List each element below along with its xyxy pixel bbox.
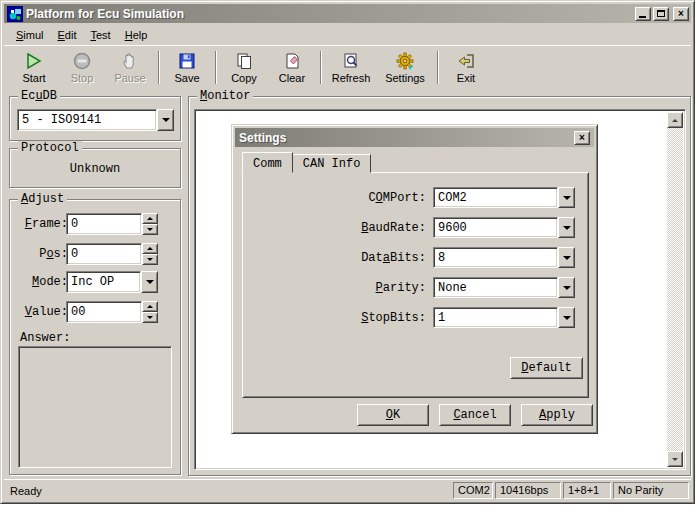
parity-combobox[interactable]: None [433,277,575,298]
pos-spin-up[interactable] [142,243,158,254]
app-window: Platform for Ecu Simulation × Simul Edit… [0,0,695,504]
maximize-button[interactable] [653,7,669,21]
start-button[interactable]: Start [10,48,58,87]
refresh-button[interactable]: Refresh [325,48,377,87]
protocol-value: Unknown [10,162,180,176]
value-spin-up[interactable] [142,301,158,312]
settings-dialog: Settings × Comm CAN Info COMPort: COM2 B… [231,124,598,434]
clear-button[interactable]: Clear [268,48,316,87]
hand-icon [120,51,140,71]
exit-button[interactable]: Exit [442,48,490,87]
mode-label: Mode: [18,275,68,289]
spin-down-icon [147,228,153,231]
parity-dropdown-button[interactable] [558,277,575,298]
spin-up-icon [147,217,153,220]
adjust-group: Adjust Frame: 0 Pos: 0 Mode: Inc OP Valu… [9,199,181,475]
databits-dropdown-button[interactable] [558,247,575,268]
mode-combobox[interactable]: Inc OP [66,271,158,293]
comport-value: COM2 [433,187,558,208]
settings-dialog-titlebar: Settings × [235,128,594,147]
default-button[interactable]: Default [510,357,583,379]
menu-simul[interactable]: Simul [10,27,50,43]
settings-button[interactable]: Settings [377,48,433,87]
mode-dropdown-button[interactable] [141,271,158,293]
scroll-up-button[interactable] [667,112,683,128]
statusbar: Ready COM2 10416bps 1+8+1 No Parity [4,479,691,500]
save-button[interactable]: Save [163,48,211,87]
pause-button: Pause [106,48,154,87]
tab-comm[interactable]: Comm [242,152,293,173]
status-baud-rate: 10416bps [495,482,561,499]
titlebar: Platform for Ecu Simulation × [4,4,691,23]
tab-can-info[interactable]: CAN Info [292,154,372,173]
monitor-scrollbar[interactable] [667,112,683,467]
cancel-button[interactable]: Cancel [439,404,511,426]
chevron-down-icon [563,196,571,200]
chevron-down-icon [563,226,571,230]
stop-sign-icon [72,51,92,71]
mode-value: Inc OP [66,271,141,293]
stopbits-dropdown-button[interactable] [558,307,575,328]
stop-button: Stop [58,48,106,87]
scroll-down-button[interactable] [667,451,683,467]
baudrate-value: 9600 [433,217,558,238]
app-icon [7,6,23,22]
menubar: Simul Edit Test Help [4,25,691,44]
pos-spinner[interactable]: 0 [66,243,158,265]
ok-button[interactable]: OK [357,404,429,426]
status-com-port: COM2 [453,482,493,499]
stopbits-combobox[interactable]: 1 [433,307,575,328]
scrollbar-track[interactable] [667,128,683,451]
stopbits-value: 1 [433,307,558,328]
frame-spin-down[interactable] [142,224,158,235]
baudrate-dropdown-button[interactable] [558,217,575,238]
ecudb-combobox[interactable]: 5 - ISO9141 [17,109,174,131]
status-message: Ready [10,485,451,497]
menu-help[interactable]: Help [119,27,154,43]
window-title: Platform for Ecu Simulation [26,7,633,21]
databits-value: 8 [433,247,558,268]
scroll-down-icon [672,458,678,461]
window-controls: × [633,7,689,21]
apply-button[interactable]: Apply [521,404,593,426]
menu-edit[interactable]: Edit [52,27,83,43]
eraser-icon [282,51,302,71]
frame-spin-up[interactable] [142,213,158,224]
protocol-group: Protocol Unknown [9,148,181,188]
minimize-icon [639,14,646,18]
scroll-up-icon [672,119,678,122]
menu-test[interactable]: Test [84,27,116,43]
chevron-down-icon [162,118,170,122]
close-icon: × [678,9,684,19]
databits-combobox[interactable]: 8 [433,247,575,268]
parity-value: None [433,277,558,298]
pos-spin-down[interactable] [142,254,158,265]
toolbar-separator [158,51,159,84]
ecudb-group-label: EcuDB [18,89,60,103]
ecudb-dropdown-button[interactable] [157,109,174,131]
spin-down-icon [147,258,153,261]
answer-label: Answer: [20,331,70,345]
copy-button[interactable]: Copy [220,48,268,87]
value-spinner[interactable]: 00 [66,301,158,323]
comport-dropdown-button[interactable] [558,187,575,208]
frame-spinner[interactable]: 0 [66,213,158,235]
toolbar-separator [437,51,438,84]
parity-label: Parity: [248,281,426,295]
value-spin-down[interactable] [142,312,158,323]
status-parity: No Parity [613,482,689,499]
stopbits-label: StopBits: [248,311,426,325]
ecudb-value: 5 - ISO9141 [17,109,157,131]
protocol-group-label: Protocol [18,141,82,155]
screenshot-root: Platform for Ecu Simulation × Simul Edit… [0,0,698,507]
spin-up-icon [147,305,153,308]
baudrate-combobox[interactable]: 9600 [433,217,575,238]
pos-label: Pos: [18,247,68,261]
spin-down-icon [147,316,153,319]
chevron-down-icon [146,280,154,284]
settings-close-button[interactable]: × [574,131,590,145]
adjust-group-label: Adjust [18,192,67,206]
comport-combobox[interactable]: COM2 [433,187,575,208]
close-button[interactable]: × [673,7,689,21]
minimize-button[interactable] [635,7,651,21]
